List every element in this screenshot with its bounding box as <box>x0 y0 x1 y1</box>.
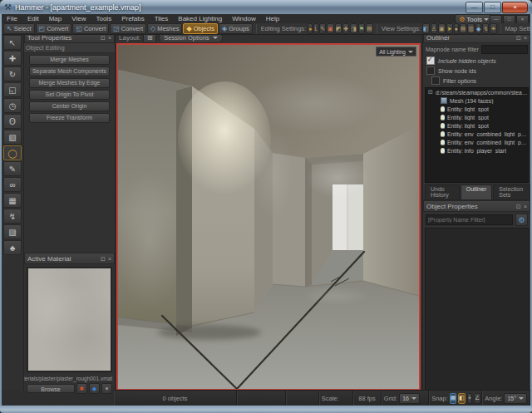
3d-viewport[interactable]: All Lighting <box>116 43 421 391</box>
tree-root[interactable]: ⊟ d:/steam/steamapps/common/steamvr/tool… <box>426 88 528 96</box>
convert-mesh-button[interactable]: ◱ Convert <box>72 23 109 34</box>
grid-size-select[interactable]: 16 <box>399 393 420 404</box>
view-props-icon[interactable]: ◆ <box>475 23 481 34</box>
grid-cell: Grid: 16 <box>382 391 429 406</box>
pivot-tool[interactable]: ◷ <box>3 98 22 113</box>
lighting-mode-dropdown[interactable]: All Lighting <box>376 47 416 57</box>
snap-object-toggle[interactable]: ◧ <box>458 393 466 404</box>
property-settings-gear-icon[interactable]: ⚙ <box>515 214 528 226</box>
select-mode-button[interactable]: ↖ Select <box>3 23 35 34</box>
show-node-ids-row[interactable]: Show node ids <box>423 66 530 76</box>
mapnode-filter-input[interactable] <box>481 45 528 54</box>
tree-item-info-player-start[interactable]: Entity: info_player_start <box>426 146 528 155</box>
angle-select[interactable]: 15° <box>504 393 527 404</box>
flag-icon[interactable]: ⚑ <box>358 23 365 34</box>
pivot-ball-icon[interactable]: ● <box>308 23 313 34</box>
select-tool[interactable]: ↖ <box>3 35 22 50</box>
view-shield-icon[interactable]: ◧ <box>422 23 430 34</box>
paint-tool[interactable]: ✎ <box>3 161 22 176</box>
tree-item-light-spot[interactable]: Entity: light_spot <box>426 121 528 130</box>
menu-window[interactable]: Window <box>227 14 260 23</box>
menu-help[interactable]: Help <box>261 14 284 23</box>
include-hidden-objects-row[interactable]: Include hidden objects <box>423 56 530 66</box>
include-hidden-objects-checkbox[interactable] <box>426 57 435 65</box>
view-sphere-icon[interactable]: ● <box>454 23 459 34</box>
tab-selection-sets[interactable]: Selection Sets <box>493 184 530 199</box>
material-picker-icon[interactable]: ◆ <box>89 383 100 394</box>
tile-tool[interactable]: ▦ <box>3 193 22 208</box>
minimize-button[interactable]: — <box>466 2 483 13</box>
snap-grid-toggle[interactable]: ▦ <box>450 393 457 404</box>
menu-view[interactable]: View <box>66 14 91 23</box>
center-origin-button[interactable]: Center Origin <box>29 101 110 111</box>
float-panel-icon[interactable]: ⊡ <box>101 254 106 263</box>
menu-baked-lighting[interactable]: Baked Lighting <box>173 14 227 23</box>
freeze-transform-button[interactable]: Freeze Transform <box>29 113 110 123</box>
groups-mode-button[interactable]: ◈ Groups <box>219 23 253 34</box>
browse-material-button[interactable]: Browse <box>27 384 75 393</box>
entity-tool[interactable]: ʘ <box>3 114 22 129</box>
lasso-tool[interactable]: ◯ <box>3 145 22 160</box>
tree-item-light-probe-volume[interactable]: Entity: env_combined_light_probe_volume <box>426 138 528 146</box>
material-cube-icon[interactable]: ▣ <box>327 23 334 34</box>
foliage-tool[interactable]: ♣ <box>3 240 22 255</box>
material-options-icon[interactable]: ▾ <box>101 383 112 394</box>
displacement-tool[interactable]: ▨ <box>3 224 22 239</box>
separate-mesh-components-button[interactable]: Separate Mesh Components <box>29 66 110 76</box>
io-connections-tool[interactable]: ∞ <box>3 177 22 192</box>
snap-rotation-toggle[interactable]: ∠ <box>474 393 480 404</box>
filter-options-row[interactable]: Filter options <box>423 76 530 86</box>
material-favorites-icon[interactable]: ✱ <box>76 383 87 394</box>
view-geometry-icon[interactable]: ▣ <box>438 23 446 34</box>
scale-tool[interactable]: ◱ <box>3 82 22 97</box>
close-panel-icon[interactable]: × <box>524 202 527 211</box>
tab-undo-history[interactable]: Undo History <box>425 184 460 199</box>
transform-icon[interactable]: ✚ <box>342 23 349 34</box>
view-materials-icon[interactable]: ▤ <box>460 23 467 34</box>
merge-meshes-by-edge-button[interactable]: Merge Meshes by Edge <box>29 78 110 88</box>
merge-meshes-button[interactable]: Merge Meshes <box>29 55 110 65</box>
objects-mode-button[interactable]: ◆ Objects <box>183 23 218 34</box>
tree-item-light-spot[interactable]: Entity: light_spot <box>426 113 528 121</box>
menu-tools[interactable]: Tools <box>91 14 116 23</box>
eyedropper-icon[interactable]: ✎ <box>319 23 326 34</box>
set-origin-to-pivot-button[interactable]: Set Origin To Pivot <box>29 90 110 100</box>
rotate-tool[interactable]: ↻ <box>3 66 22 81</box>
convert-poly-button[interactable]: ◰ Convert <box>36 23 72 34</box>
close-button[interactable]: × <box>502 2 528 13</box>
move-tool[interactable]: ✚ <box>3 51 22 66</box>
view-arrow-icon[interactable]: ➤ <box>446 23 453 34</box>
block-tool[interactable]: ▧ <box>3 130 22 145</box>
view-details-icon[interactable]: ▥ <box>467 23 475 34</box>
property-name-filter-input[interactable] <box>426 214 513 225</box>
view-player-icon[interactable]: ♙ <box>431 23 437 34</box>
light-bulb-icon <box>441 106 445 111</box>
material-preview[interactable] <box>28 268 111 371</box>
menu-tiles[interactable]: Tiles <box>150 14 174 23</box>
menu-file[interactable]: File <box>2 14 22 23</box>
show-node-ids-checkbox[interactable] <box>426 66 435 75</box>
collapse-icon[interactable]: ⊟ <box>428 89 433 96</box>
tree-item-mesh[interactable]: Mesh (194 faces) <box>426 96 528 105</box>
tree-item-light-spot[interactable]: Entity: light_spot <box>426 105 528 113</box>
tab-outliner[interactable]: Outliner <box>461 184 493 199</box>
float-panel-icon[interactable]: ⊡ <box>516 202 521 211</box>
tree-item-light-probe-volume[interactable]: Entity: env_combined_light_probe_volume <box>426 130 528 138</box>
close-panel-icon[interactable]: × <box>108 254 111 263</box>
menu-prefabs[interactable]: Prefabs <box>116 14 150 23</box>
view-physics-icon[interactable]: ↯ <box>482 23 489 34</box>
maximize-button[interactable]: □ <box>484 2 501 13</box>
filter-options-checkbox[interactable] <box>431 76 440 85</box>
physics-tool[interactable]: ↯ <box>3 209 22 224</box>
view-lighting-icon[interactable]: ☀ <box>490 23 496 34</box>
selection-faces-icon[interactable]: ◩ <box>335 23 342 34</box>
clip-icon[interactable]: ◨ <box>350 23 357 34</box>
meshes-mode-button[interactable]: ◇ Meshes <box>147 23 182 34</box>
window-titlebar[interactable]: ⚒ Hammer - [apartment_example.vmap] — □ … <box>0 0 532 14</box>
grid-mode-icon[interactable]: ▤ <box>366 23 373 34</box>
convert-tile-button[interactable]: ◲ Convert <box>110 23 146 34</box>
menu-edit[interactable]: Edit <box>22 14 44 23</box>
snap-vertex-toggle[interactable]: ⌖ <box>467 393 472 404</box>
menu-map[interactable]: Map <box>44 14 67 23</box>
ruler-icon[interactable]: L <box>313 23 318 34</box>
